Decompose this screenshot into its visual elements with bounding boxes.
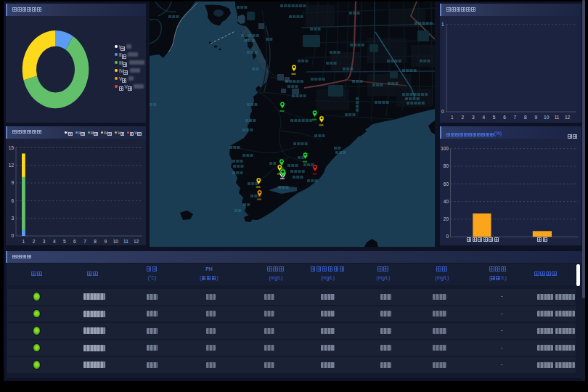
svg-text:3: 3 <box>43 238 46 243</box>
svg-text:60: 60 <box>444 181 449 186</box>
svg-text:2: 2 <box>33 238 36 243</box>
svg-text:3: 3 <box>472 115 475 120</box>
svg-text:4: 4 <box>482 115 485 120</box>
svg-text:10: 10 <box>544 115 550 120</box>
svg-text:9: 9 <box>104 238 107 243</box>
svg-text:40: 40 <box>444 198 449 203</box>
svg-text:100: 100 <box>441 145 449 150</box>
svg-text:11: 11 <box>123 238 128 243</box>
svg-text:6: 6 <box>73 238 76 243</box>
svg-text:10: 10 <box>113 238 119 243</box>
svg-text:8: 8 <box>524 115 527 120</box>
svg-text:3: 3 <box>11 215 14 220</box>
svg-text:4: 4 <box>53 238 56 243</box>
svg-text:11: 11 <box>555 115 560 120</box>
svg-text:9: 9 <box>11 180 14 185</box>
svg-text:1: 1 <box>441 22 444 27</box>
svg-text:0: 0 <box>11 233 14 238</box>
svg-text:15: 15 <box>9 144 15 150</box>
svg-text:20: 20 <box>444 216 449 221</box>
svg-text:9: 9 <box>534 115 537 120</box>
svg-text:6: 6 <box>11 197 14 203</box>
svg-text:5: 5 <box>63 238 66 243</box>
svg-text:12: 12 <box>134 238 139 243</box>
svg-text:12: 12 <box>9 162 15 167</box>
svg-text:0: 0 <box>441 109 444 114</box>
svg-text:8: 8 <box>94 238 97 243</box>
svg-text:7: 7 <box>83 238 86 243</box>
svg-text:6: 6 <box>503 115 506 120</box>
svg-text:1: 1 <box>451 115 454 120</box>
svg-text:1: 1 <box>23 238 25 243</box>
svg-text:0: 0 <box>446 234 449 239</box>
svg-text:2: 2 <box>461 115 464 120</box>
svg-text:12: 12 <box>565 115 571 120</box>
svg-text:80: 80 <box>444 163 449 168</box>
svg-text:5: 5 <box>493 115 496 120</box>
svg-text:7: 7 <box>514 115 517 120</box>
